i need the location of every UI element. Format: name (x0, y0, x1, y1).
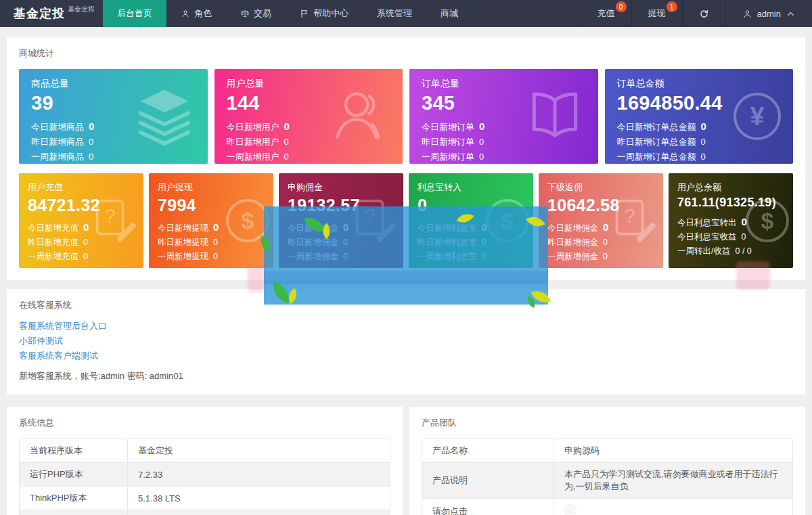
row-label: MySQL数据库版本 (20, 510, 128, 515)
stat-line-value: 0 (89, 135, 93, 150)
svg-text:?: ? (624, 204, 635, 227)
stat-card: 用户充值84721.32今日新增充值0昨日新增充值0一周新增充值0? (19, 173, 143, 268)
stat-line: 一周新增充值0 (28, 250, 135, 264)
stat-line-value: 0 (479, 150, 484, 164)
stat-line-value: 0 (701, 119, 706, 134)
stat-line-label: 今日新增订单 (422, 120, 474, 135)
nav-item-4[interactable]: 系统管理 (363, 0, 426, 27)
svg-text:?: ? (104, 204, 116, 227)
nav-item-label: 交易 (254, 7, 271, 20)
stat-line-label: 今日新增用户 (227, 120, 279, 135)
stat-card-title: 用户总余额 (677, 181, 784, 194)
row-label: ThinkPHP版本 (20, 487, 128, 510)
stat-line-label: 今日新增佣金 (547, 221, 598, 236)
dollar-icon: $ (746, 199, 789, 242)
row-value: 本产品只为学习测试交流,请勿要做商业或者用于违法行为,一切后果自负 (554, 463, 793, 499)
row-label: 当前程序版本 (20, 439, 128, 463)
doc-icon: ? (88, 194, 139, 248)
row-value: 5.6.50-log (128, 510, 390, 515)
refresh-icon (699, 9, 709, 19)
nav-item-label: 商城 (441, 7, 458, 20)
nav-item-label: 系统管理 (377, 7, 412, 20)
product-team-panel: 产品团队 产品名称申购源码产品说明本产品只为学习测试交流,请勿要做商业或者用于违… (409, 407, 805, 515)
stat-line-label: 昨日新增商品 (31, 135, 84, 150)
leaf-icon (457, 210, 474, 227)
product-team-title: 产品团队 (422, 417, 793, 429)
stat-line-label: 一周新增商品 (31, 150, 84, 164)
refresh-button[interactable] (682, 0, 725, 27)
leaf-icon (526, 212, 545, 231)
big-stat-cards: 商品总量39今日新增商品0昨日新增商品0一周新增商品0用户总量144今日新增用户… (19, 69, 793, 164)
stat-line: 一周新增订单总金额0 (617, 150, 782, 164)
withdraw-badge: 1 (667, 1, 677, 12)
nav-item-3[interactable]: 帮助中心 (286, 0, 363, 27)
stat-card: 商品总量39今日新增商品0昨日新增商品0一周新增商品0 (19, 69, 208, 164)
users-icon (328, 84, 390, 149)
brand-title: 基金定投 (14, 5, 65, 22)
book-icon (524, 84, 586, 149)
stat-line-value: 0 (479, 119, 484, 134)
nav-item-1[interactable]: 角色 (166, 0, 226, 27)
stat-line-value: 0 (213, 220, 219, 234)
stat-line-label: 一周新增提现 (158, 250, 208, 264)
brand-subtitle: 基金定投 (68, 5, 95, 14)
row-label: 请勿点击 (422, 499, 554, 515)
user-icon (181, 9, 190, 18)
stat-line-value: 0 (284, 135, 289, 150)
admin-dropdown[interactable]: admin (725, 0, 812, 27)
nav-item-2[interactable]: 交易 (226, 0, 286, 27)
stat-line-value: 0 (89, 119, 94, 134)
leaf-icon (304, 214, 325, 236)
nav-item-0[interactable]: 后台首页 (103, 0, 166, 27)
recharge-label: 充值 (597, 7, 615, 20)
stat-line-value: 0 (701, 150, 706, 164)
withdraw-label: 提现 (648, 7, 666, 20)
system-info-panel: 系统信息 当前程序版本基金定投运行PHP版本7.2.33ThinkPHP版本5.… (7, 407, 403, 515)
navbar: 基金定投 基金定投 后台首页角色交易帮助中心系统管理商城 充值 0 提现 1 a… (0, 0, 812, 27)
stat-line-label: 一周转出/收益 (677, 244, 730, 259)
stat-line: 一周新增商品0 (31, 150, 196, 164)
nav-item-label: 后台首页 (117, 7, 152, 20)
bottom-row: 系统信息 当前程序版本基金定投运行PHP版本7.2.33ThinkPHP版本5.… (7, 407, 805, 515)
stat-line-label: 今日新增订单总金额 (617, 120, 696, 135)
service-link-2[interactable]: 客服系统客户端测试 (19, 351, 98, 361)
stat-line-label: 一周新增用户 (227, 150, 279, 164)
stat-line: 一周新增佣金0 (547, 250, 654, 264)
stat-line-value: 0 (284, 119, 290, 134)
system-info-table: 当前程序版本基金定投运行PHP版本7.2.33ThinkPHP版本5.1.38 … (19, 439, 390, 515)
doc-icon: ? (608, 194, 659, 248)
mall-stats-title: 商城统计 (19, 47, 793, 60)
pink-watermark-fragment (736, 261, 770, 290)
withdraw-button[interactable]: 提现 1 (631, 0, 682, 27)
stat-line-label: 昨日新增用户 (227, 135, 279, 150)
stat-line-label: 今日利息宝转出 (677, 216, 737, 230)
table-row: 产品说明本产品只为学习测试交流,请勿要做商业或者用于违法行为,一切后果自负 (422, 463, 793, 499)
recharge-button[interactable]: 充值 0 (581, 0, 631, 27)
hidden-link-icon[interactable] (564, 504, 577, 515)
stat-line-label: 今日新增充值 (28, 221, 78, 236)
table-row: ThinkPHP版本5.1.38 LTS (20, 487, 390, 510)
nav-item-label: 角色 (194, 7, 212, 20)
stat-card-title: 下级返佣 (547, 181, 654, 194)
stat-line: 一周新增订单0 (422, 150, 586, 164)
stat-line: 一周转出/收益0 / 0 (677, 244, 784, 259)
table-row: 运行PHP版本7.2.33 (20, 463, 390, 487)
stat-card: 下级返佣10642.58今日新增佣金0昨日新增佣金0一周新增佣金0? (539, 173, 663, 268)
stat-line-label: 一周新增订单 (422, 150, 474, 164)
nav-item-label: 帮助中心 (313, 7, 348, 20)
stat-line-value: 0 (89, 150, 93, 164)
chevron-up-icon (786, 9, 796, 19)
row-label: 产品说明 (422, 463, 554, 499)
stat-line: 一周新增提现0 (158, 250, 265, 264)
stat-line-value: 0 (284, 150, 289, 164)
nav-item-5[interactable]: 商城 (426, 0, 472, 27)
stat-line-value: 0 (83, 236, 88, 250)
recharge-badge: 0 (616, 1, 627, 12)
stat-card: 用户总量144今日新增用户0昨日新增用户0一周新增用户0 (215, 69, 403, 164)
stat-card-title: 利息宝转入 (418, 181, 524, 194)
table-row: MySQL数据库版本5.6.50-log (20, 510, 390, 515)
row-value (554, 499, 793, 515)
service-link-0[interactable]: 客服系统管理后台入口 (19, 321, 107, 332)
service-link-1[interactable]: 小部件测试 (19, 336, 63, 346)
layers-icon (133, 84, 196, 149)
